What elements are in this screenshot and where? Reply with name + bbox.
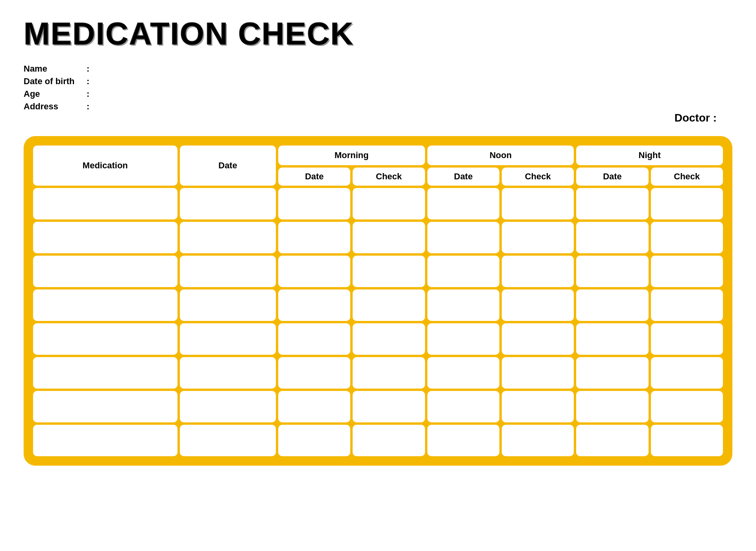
table-cell[interactable]	[651, 289, 723, 321]
table-cell[interactable]	[576, 222, 648, 253]
table-cell[interactable]	[502, 188, 574, 219]
table-cell[interactable]	[353, 289, 425, 321]
age-label: Age	[24, 89, 87, 99]
table-row	[33, 391, 723, 422]
table-cell[interactable]	[353, 323, 425, 355]
table-row	[33, 425, 723, 456]
table-cell[interactable]	[180, 222, 276, 253]
address-label: Address	[24, 101, 87, 112]
table-cell[interactable]	[33, 323, 177, 355]
dob-label: Date of birth	[24, 76, 87, 87]
dob-colon: :	[87, 76, 94, 87]
table-cell[interactable]	[502, 425, 574, 456]
doctor-label: Doctor :	[675, 112, 717, 124]
medication-table: Medication Date Morning Noon Night Date …	[31, 143, 725, 459]
table-cell[interactable]	[427, 256, 499, 287]
header-morning: Morning	[278, 146, 425, 165]
table-cell[interactable]	[427, 425, 499, 456]
table-cell[interactable]	[33, 391, 177, 422]
address-value	[94, 101, 732, 112]
table-cell[interactable]	[651, 188, 723, 219]
table-cell[interactable]	[576, 289, 648, 321]
table-cell[interactable]	[180, 323, 276, 355]
table-cell[interactable]	[353, 425, 425, 456]
table-cell[interactable]	[651, 391, 723, 422]
table-cell[interactable]	[427, 188, 499, 219]
header-morning-check: Check	[353, 168, 425, 186]
table-cell[interactable]	[651, 323, 723, 355]
table-cell[interactable]	[651, 425, 723, 456]
table-cell[interactable]	[278, 425, 350, 456]
table-cell[interactable]	[353, 256, 425, 287]
table-row	[33, 222, 723, 253]
table-cell[interactable]	[502, 256, 574, 287]
table-cell[interactable]	[33, 289, 177, 321]
table-cell[interactable]	[427, 222, 499, 253]
table-cell[interactable]	[353, 357, 425, 389]
table-cell[interactable]	[502, 289, 574, 321]
table-cell[interactable]	[353, 391, 425, 422]
table-cell[interactable]	[33, 256, 177, 287]
table-cell[interactable]	[33, 188, 177, 219]
header-medication: Medication	[33, 146, 177, 186]
header-night-check: Check	[651, 168, 723, 186]
table-cell[interactable]	[427, 289, 499, 321]
table-cell[interactable]	[353, 222, 425, 253]
table-cell[interactable]	[576, 323, 648, 355]
name-label: Name	[24, 64, 87, 74]
doctor-row: Doctor :	[24, 112, 732, 124]
table-cell[interactable]	[502, 391, 574, 422]
table-row	[33, 323, 723, 355]
page-title: MEDICATION CHECK	[24, 16, 732, 52]
table-cell[interactable]	[502, 222, 574, 253]
table-cell[interactable]	[278, 188, 350, 219]
table-cell[interactable]	[180, 188, 276, 219]
table-cell[interactable]	[180, 357, 276, 389]
table-cell[interactable]	[278, 222, 350, 253]
table-cell[interactable]	[502, 323, 574, 355]
table-cell[interactable]	[180, 391, 276, 422]
header-date: Date	[180, 146, 276, 186]
top-header-row: Medication Date Morning Noon Night	[33, 146, 723, 165]
table-cell[interactable]	[353, 188, 425, 219]
age-value	[94, 89, 732, 99]
table-cell[interactable]	[180, 256, 276, 287]
table-row	[33, 256, 723, 287]
table-cell[interactable]	[278, 289, 350, 321]
table-cell[interactable]	[427, 357, 499, 389]
table-container: Medication Date Morning Noon Night Date …	[24, 136, 732, 466]
header-night-date: Date	[576, 168, 648, 186]
table-row	[33, 289, 723, 321]
table-cell[interactable]	[278, 391, 350, 422]
header-noon: Noon	[427, 146, 574, 165]
table-cell[interactable]	[576, 391, 648, 422]
table-cell[interactable]	[576, 256, 648, 287]
table-cell[interactable]	[278, 323, 350, 355]
address-colon: :	[87, 101, 94, 112]
header-night: Night	[576, 146, 723, 165]
table-cell[interactable]	[33, 357, 177, 389]
table-cell[interactable]	[33, 222, 177, 253]
name-colon: :	[87, 64, 94, 74]
table-cell[interactable]	[278, 357, 350, 389]
table-row	[33, 357, 723, 389]
dob-value	[94, 76, 732, 87]
table-row	[33, 188, 723, 219]
header-noon-date: Date	[427, 168, 499, 186]
table-cell[interactable]	[651, 357, 723, 389]
table-cell[interactable]	[651, 222, 723, 253]
table-cell[interactable]	[651, 256, 723, 287]
header-morning-date: Date	[278, 168, 350, 186]
table-cell[interactable]	[427, 391, 499, 422]
table-cell[interactable]	[502, 357, 574, 389]
table-cell[interactable]	[576, 188, 648, 219]
table-cell[interactable]	[576, 357, 648, 389]
table-cell[interactable]	[576, 425, 648, 456]
table-cell[interactable]	[180, 425, 276, 456]
table-cell[interactable]	[33, 425, 177, 456]
table-cell[interactable]	[427, 323, 499, 355]
table-cell[interactable]	[180, 289, 276, 321]
table-cell[interactable]	[278, 256, 350, 287]
patient-info: Name : Date of birth : Age : Address :	[24, 64, 732, 112]
name-value	[94, 64, 732, 74]
